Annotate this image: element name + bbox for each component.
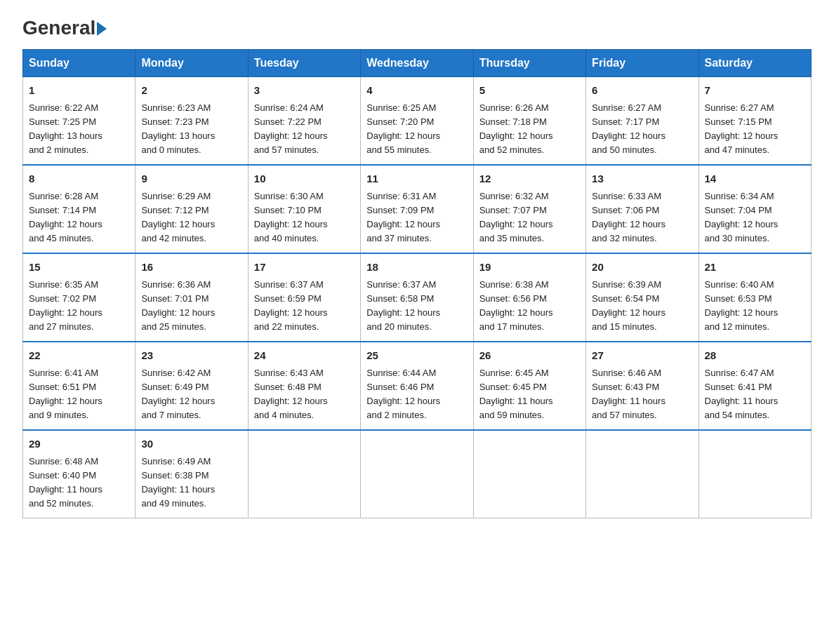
day-number: 5 [479, 83, 580, 99]
calendar-cell: 10Sunrise: 6:30 AMSunset: 7:10 PMDayligh… [248, 165, 360, 253]
day-number: 23 [141, 348, 241, 364]
day-number: 13 [592, 171, 692, 187]
header-saturday: Saturday [699, 50, 811, 77]
calendar-cell: 27Sunrise: 6:46 AMSunset: 6:43 PMDayligh… [586, 342, 699, 430]
calendar-cell: 18Sunrise: 6:37 AMSunset: 6:58 PMDayligh… [361, 253, 473, 342]
logo-arrow-icon [97, 22, 107, 36]
day-info: Sunrise: 6:27 AMSunset: 7:15 PMDaylight:… [705, 101, 805, 158]
header-sunday: Sunday [23, 50, 135, 77]
page-header: General [22, 17, 812, 36]
calendar-cell: 22Sunrise: 6:41 AMSunset: 6:51 PMDayligh… [23, 342, 135, 430]
day-info: Sunrise: 6:29 AMSunset: 7:12 PMDaylight:… [141, 189, 241, 246]
header-row: SundayMondayTuesdayWednesdayThursdayFrid… [23, 50, 812, 77]
calendar-cell [699, 430, 811, 518]
day-number: 4 [366, 83, 467, 99]
day-number: 9 [141, 171, 241, 187]
calendar-header: SundayMondayTuesdayWednesdayThursdayFrid… [23, 50, 812, 77]
day-number: 16 [141, 260, 241, 276]
calendar-cell: 21Sunrise: 6:40 AMSunset: 6:53 PMDayligh… [699, 253, 811, 342]
day-number: 14 [705, 171, 805, 187]
week-row-4: 22Sunrise: 6:41 AMSunset: 6:51 PMDayligh… [23, 342, 812, 430]
day-number: 1 [29, 83, 129, 99]
day-info: Sunrise: 6:22 AMSunset: 7:25 PMDaylight:… [29, 101, 129, 158]
day-info: Sunrise: 6:49 AMSunset: 6:38 PMDaylight:… [141, 455, 241, 511]
day-info: Sunrise: 6:32 AMSunset: 7:07 PMDaylight:… [479, 189, 580, 246]
day-info: Sunrise: 6:33 AMSunset: 7:06 PMDaylight:… [592, 189, 692, 246]
week-row-1: 1Sunrise: 6:22 AMSunset: 7:25 PMDaylight… [23, 77, 812, 166]
day-number: 3 [254, 83, 355, 99]
day-info: Sunrise: 6:28 AMSunset: 7:14 PMDaylight:… [29, 189, 129, 246]
logo-general: General [22, 17, 95, 39]
header-tuesday: Tuesday [248, 50, 360, 77]
calendar-cell: 4Sunrise: 6:25 AMSunset: 7:20 PMDaylight… [361, 77, 473, 166]
day-number: 17 [254, 260, 355, 276]
calendar-cell: 11Sunrise: 6:31 AMSunset: 7:09 PMDayligh… [361, 165, 473, 253]
day-number: 25 [366, 348, 467, 364]
calendar-cell: 9Sunrise: 6:29 AMSunset: 7:12 PMDaylight… [135, 165, 248, 253]
header-thursday: Thursday [473, 50, 585, 77]
calendar-cell: 25Sunrise: 6:44 AMSunset: 6:46 PMDayligh… [361, 342, 473, 430]
calendar-cell: 16Sunrise: 6:36 AMSunset: 7:01 PMDayligh… [135, 253, 248, 342]
day-info: Sunrise: 6:47 AMSunset: 6:41 PMDaylight:… [705, 366, 805, 423]
day-info: Sunrise: 6:37 AMSunset: 6:58 PMDaylight:… [366, 278, 467, 335]
day-number: 18 [366, 260, 467, 276]
calendar-body: 1Sunrise: 6:22 AMSunset: 7:25 PMDaylight… [23, 77, 812, 518]
calendar-cell: 29Sunrise: 6:48 AMSunset: 6:40 PMDayligh… [23, 430, 135, 518]
day-info: Sunrise: 6:34 AMSunset: 7:04 PMDaylight:… [705, 189, 805, 246]
day-info: Sunrise: 6:35 AMSunset: 7:02 PMDaylight:… [29, 278, 129, 335]
day-number: 21 [705, 260, 805, 276]
day-number: 20 [592, 260, 692, 276]
calendar-cell: 3Sunrise: 6:24 AMSunset: 7:22 PMDaylight… [248, 77, 360, 166]
calendar-cell: 15Sunrise: 6:35 AMSunset: 7:02 PMDayligh… [23, 253, 135, 342]
day-info: Sunrise: 6:36 AMSunset: 7:01 PMDaylight:… [141, 278, 241, 335]
calendar-cell: 12Sunrise: 6:32 AMSunset: 7:07 PMDayligh… [473, 165, 585, 253]
day-number: 29 [29, 436, 129, 452]
day-info: Sunrise: 6:37 AMSunset: 6:59 PMDaylight:… [254, 278, 355, 335]
header-monday: Monday [135, 50, 248, 77]
day-number: 22 [29, 348, 129, 364]
calendar-cell [473, 430, 585, 518]
calendar-cell: 7Sunrise: 6:27 AMSunset: 7:15 PMDaylight… [699, 77, 811, 166]
day-info: Sunrise: 6:45 AMSunset: 6:45 PMDaylight:… [479, 366, 580, 423]
day-info: Sunrise: 6:31 AMSunset: 7:09 PMDaylight:… [366, 189, 467, 246]
day-number: 12 [479, 171, 580, 187]
day-number: 11 [366, 171, 467, 187]
day-info: Sunrise: 6:46 AMSunset: 6:43 PMDaylight:… [592, 366, 692, 423]
week-row-3: 15Sunrise: 6:35 AMSunset: 7:02 PMDayligh… [23, 253, 812, 342]
calendar-cell: 5Sunrise: 6:26 AMSunset: 7:18 PMDaylight… [473, 77, 585, 166]
day-info: Sunrise: 6:43 AMSunset: 6:48 PMDaylight:… [254, 366, 355, 423]
day-info: Sunrise: 6:48 AMSunset: 6:40 PMDaylight:… [29, 455, 129, 511]
calendar-cell: 13Sunrise: 6:33 AMSunset: 7:06 PMDayligh… [586, 165, 699, 253]
calendar-cell: 30Sunrise: 6:49 AMSunset: 6:38 PMDayligh… [135, 430, 248, 518]
day-info: Sunrise: 6:39 AMSunset: 6:54 PMDaylight:… [592, 278, 692, 335]
day-info: Sunrise: 6:40 AMSunset: 6:53 PMDaylight:… [705, 278, 805, 335]
header-friday: Friday [586, 50, 699, 77]
day-info: Sunrise: 6:25 AMSunset: 7:20 PMDaylight:… [366, 101, 467, 158]
calendar-cell [586, 430, 699, 518]
day-number: 24 [254, 348, 355, 364]
day-number: 6 [592, 83, 692, 99]
calendar-cell: 17Sunrise: 6:37 AMSunset: 6:59 PMDayligh… [248, 253, 360, 342]
calendar-cell: 1Sunrise: 6:22 AMSunset: 7:25 PMDaylight… [23, 77, 135, 166]
day-number: 27 [592, 348, 692, 364]
day-number: 2 [141, 83, 241, 99]
day-info: Sunrise: 6:41 AMSunset: 6:51 PMDaylight:… [29, 366, 129, 423]
logo-text: General [22, 17, 107, 39]
day-info: Sunrise: 6:44 AMSunset: 6:46 PMDaylight:… [366, 366, 467, 423]
day-number: 7 [705, 83, 805, 99]
calendar-cell: 6Sunrise: 6:27 AMSunset: 7:17 PMDaylight… [586, 77, 699, 166]
day-number: 15 [29, 260, 129, 276]
calendar-cell: 2Sunrise: 6:23 AMSunset: 7:23 PMDaylight… [135, 77, 248, 166]
day-info: Sunrise: 6:24 AMSunset: 7:22 PMDaylight:… [254, 101, 355, 158]
calendar-cell: 20Sunrise: 6:39 AMSunset: 6:54 PMDayligh… [586, 253, 699, 342]
week-row-5: 29Sunrise: 6:48 AMSunset: 6:40 PMDayligh… [23, 430, 812, 518]
header-wednesday: Wednesday [361, 50, 473, 77]
day-info: Sunrise: 6:38 AMSunset: 6:56 PMDaylight:… [479, 278, 580, 335]
day-number: 19 [479, 260, 580, 276]
day-number: 10 [254, 171, 355, 187]
calendar-cell: 19Sunrise: 6:38 AMSunset: 6:56 PMDayligh… [473, 253, 585, 342]
day-number: 26 [479, 348, 580, 364]
calendar-cell: 14Sunrise: 6:34 AMSunset: 7:04 PMDayligh… [699, 165, 811, 253]
calendar-cell: 8Sunrise: 6:28 AMSunset: 7:14 PMDaylight… [23, 165, 135, 253]
day-info: Sunrise: 6:23 AMSunset: 7:23 PMDaylight:… [141, 101, 241, 158]
